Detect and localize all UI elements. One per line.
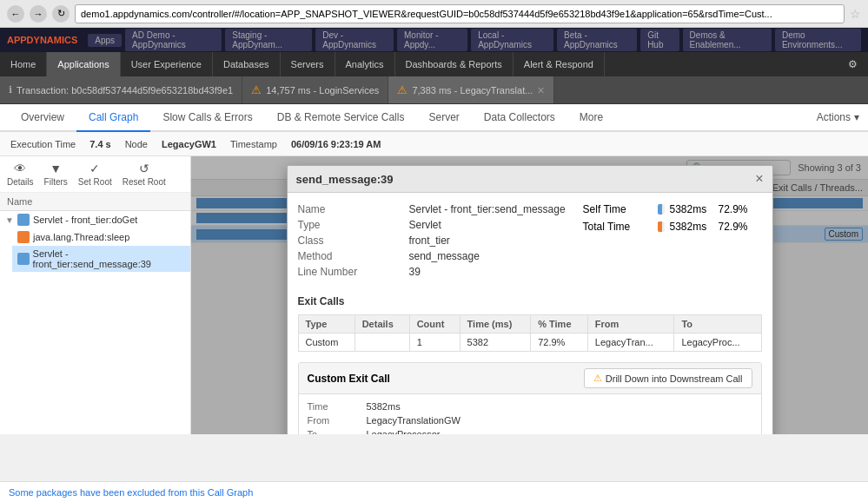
exit-calls-table: Type Details Count Time (ms) % Time From… (298, 314, 762, 352)
exit-calls-title: Exit Calls (298, 295, 762, 307)
refresh-button[interactable]: ↻ (52, 5, 70, 23)
cell-count: 1 (409, 334, 460, 352)
self-time-row: Self Time 5382ms 72.9% (583, 203, 762, 215)
tab-more[interactable]: More (567, 104, 615, 132)
col-type: Type (298, 315, 354, 334)
tree-row-doget[interactable]: ▼ Servlet - front_tier:doGet (0, 211, 190, 228)
total-time-pct: 72.9% (719, 221, 762, 233)
back-button[interactable]: ← (7, 5, 24, 23)
gear-icon[interactable]: ⚙ (838, 52, 868, 76)
nav-dashboards[interactable]: Dashboards & Reports (395, 52, 514, 76)
custom-detail-grid: Time 5382ms From LegacyTranslationGW To … (308, 401, 752, 434)
url-bar[interactable] (75, 4, 845, 23)
col-pct-time: % Time (531, 315, 588, 334)
timestamp-label: Timestamp (230, 139, 277, 149)
main-content: 👁 Details ▼ Filters ✓ Set Root ↺ Reset R… (0, 156, 868, 434)
tree-row-sleep[interactable]: java.lang.Thread:sleep (12, 228, 190, 246)
tab-server[interactable]: Server (416, 104, 471, 132)
details-btn[interactable]: 👁 Details (7, 162, 34, 187)
details-label: Details (7, 177, 34, 187)
right-panel: Showing 3 of 3 nt % Exit Calls / Threads… (191, 156, 868, 434)
modal-overlay: send_message:39 × Name Servlet - front_t… (191, 156, 868, 434)
local-tab[interactable]: Local - AppDynamics (471, 29, 553, 51)
tab-call-graph[interactable]: Call Graph (76, 104, 150, 132)
set-root-label: Set Root (78, 177, 112, 187)
inner-tabs: Overview Call Graph Slow Calls & Errors … (0, 104, 868, 132)
expand-icon-doget: ▼ (5, 215, 14, 225)
beta-tab[interactable]: Beta - AppDynamics (557, 29, 637, 51)
forward-button[interactable]: → (30, 5, 47, 23)
staging-tab[interactable]: Staging - AppDynam... (225, 29, 312, 51)
nav-bar: Home Applications User Experience Databa… (0, 52, 868, 76)
reset-root-btn[interactable]: ↺ Reset Root (123, 162, 166, 187)
status-bar: Some packages have been excluded from th… (0, 481, 868, 502)
exec-time-val: 7.4 s (89, 139, 110, 149)
name-field-val: Servlet - front_tier:send_message (409, 203, 566, 215)
nav-servers[interactable]: Servers (281, 52, 335, 76)
self-time-bar-track (658, 204, 665, 215)
total-time-label: Total Time (583, 221, 653, 233)
trans-tab-close[interactable]: × (537, 83, 544, 97)
monitor-tab[interactable]: Monitor - Appdy... (397, 29, 467, 51)
dev-tab[interactable]: Dev - AppDynamics (315, 29, 394, 51)
from-val: LegacyTranslationGW (367, 415, 752, 426)
filters-btn[interactable]: ▼ Filters (44, 162, 68, 187)
bookmark-icon[interactable]: ☆ (850, 7, 861, 21)
nav-user-experience[interactable]: User Experience (121, 52, 213, 76)
appdynamics-logo: APPDYNAMICS (7, 35, 77, 45)
nav-analytics[interactable]: Analytics (335, 52, 395, 76)
tree-label-sleep: java.lang.Thread:sleep (33, 232, 129, 242)
tree-row-send-message[interactable]: Servlet - front_tier:send_message:39 (12, 246, 190, 272)
node-label: Node (125, 139, 148, 149)
set-root-btn[interactable]: ✓ Set Root (78, 162, 112, 187)
set-root-icon: ✓ (86, 162, 103, 175)
details-icon: 👁 (11, 162, 29, 175)
total-time-row: Total Time 5382ms 72.9% (583, 221, 762, 233)
nav-alert[interactable]: Alert & Respond (514, 52, 605, 76)
total-time-ms: 5382ms (670, 221, 713, 233)
line-field-label: Line Number (298, 266, 402, 278)
transaction-tabs: ℹ Transaction: b0c58df537444d5f9e653218b… (0, 76, 868, 104)
self-time-pct: 72.9% (719, 203, 762, 215)
demo-env-tab[interactable]: Demo Environments... (775, 29, 861, 51)
timestamp-val: 06/09/16 9:23:19 AM (291, 139, 381, 149)
drill-warn-icon: ⚠ (593, 373, 602, 384)
modal-close-button[interactable]: × (755, 171, 763, 187)
tab-db-remote[interactable]: DB & Remote Service Calls (265, 104, 417, 132)
trans-tab-label: Transaction: b0c58df537444d5f9e653218bd4… (17, 85, 233, 96)
filters-icon: ▼ (47, 162, 64, 175)
warn-icon-legacy: ⚠ (397, 83, 407, 96)
exit-table-row[interactable]: Custom 1 5382 72.9% LegacyTran... Legacy… (298, 334, 761, 352)
actions-button[interactable]: Actions ▾ (817, 104, 859, 130)
left-toolbar: 👁 Details ▼ Filters ✓ Set Root ↺ Reset R… (0, 156, 190, 193)
tab-overview[interactable]: Overview (9, 104, 76, 132)
tab-data-collectors[interactable]: Data Collectors (472, 104, 567, 132)
to-label: To (308, 429, 360, 434)
total-time-bar-fill (658, 221, 663, 232)
github-tab[interactable]: Git Hub (640, 29, 679, 51)
modal-body: Name Servlet - front_tier:send_message T… (288, 193, 772, 434)
nav-home[interactable]: Home (0, 52, 47, 76)
ad-demo-tab[interactable]: AD Demo - AppDynamics (125, 29, 222, 51)
apps-tab[interactable]: Apps (88, 34, 122, 47)
trans-tab-main[interactable]: ℹ Transaction: b0c58df537444d5f9e653218b… (0, 76, 242, 103)
trans-tab-legacy[interactable]: ⚠ 7,383 ms - LegacyTranslat... × (388, 76, 553, 103)
warn-icon-login: ⚠ (251, 83, 262, 96)
progress-section: Self Time 5382ms 72.9% Total Time (583, 203, 762, 288)
drill-down-button[interactable]: ⚠ Drill Down into Downstream Call (584, 368, 752, 388)
thread-icon-sleep (17, 231, 30, 243)
trans-tab-login[interactable]: ⚠ 14,757 ms - LoginServices (242, 76, 388, 103)
line-field-val: 39 (409, 266, 566, 278)
self-time-bar-fill (658, 204, 663, 215)
nav-applications[interactable]: Applications (47, 52, 120, 76)
nav-databases[interactable]: Databases (213, 52, 281, 76)
excluded-packages-link[interactable]: Some packages have been excluded from th… (9, 487, 253, 498)
servlet-icon-send-message (17, 253, 30, 265)
demos-tab[interactable]: Demos & Enablemen... (683, 29, 772, 51)
col-to: To (674, 315, 761, 334)
left-panel: 👁 Details ▼ Filters ✓ Set Root ↺ Reset R… (0, 156, 191, 434)
ad-header: APPDYNAMICS Apps AD Demo - AppDynamics S… (0, 28, 868, 52)
trans-tab-login-label: 14,757 ms - LoginServices (266, 85, 379, 96)
name-col-header: Name (0, 193, 190, 211)
tab-slow-calls[interactable]: Slow Calls & Errors (150, 104, 264, 132)
